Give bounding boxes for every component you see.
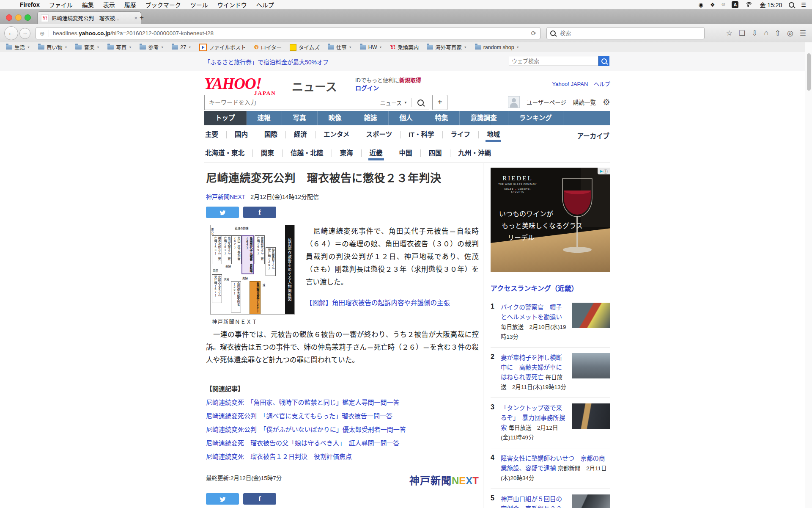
creative-cloud-icon[interactable]: ◉ [699,2,703,8]
bookmark-folder-photo[interactable]: 写真▼ [107,43,132,51]
browser-search-input[interactable] [559,30,701,37]
ranking-thumbnail[interactable] [572,403,610,429]
riedel-ad[interactable]: RIEDEL THE WINE GLASS COMPANY GRAPE ❧ VA… [491,168,610,272]
search-scope-dropdown[interactable]: ニュース▼ [380,99,411,107]
menu-history[interactable]: 履歴 [120,0,141,9]
news-search-input[interactable] [205,99,380,106]
news-logo-text[interactable]: ニュース [292,78,337,94]
news-search-box[interactable]: ニュース▼ [204,95,429,110]
pocket-icon[interactable]: ❏ [739,29,745,38]
notification-center-icon[interactable]: ☰ [801,2,806,8]
bookmark-folder-shopping[interactable]: 買い物▼ [38,43,67,51]
tab-main[interactable]: 主要 [204,131,226,138]
scrollbar-thumb[interactable] [807,53,811,91]
nav-personal[interactable]: 個人 [389,111,424,125]
region-kinki[interactable]: 近畿 [361,149,391,157]
menu-view[interactable]: 表示 [99,0,120,9]
menu-edit[interactable]: 編集 [77,0,99,9]
login-link[interactable]: ログイン [355,85,379,91]
avatar[interactable] [508,96,520,108]
nav-feature[interactable]: 特集 [424,111,460,125]
wifi-icon[interactable] [745,2,753,8]
ranking-link[interactable]: バイクの警察官 帽子とヘルメットを勘違い [501,304,562,320]
promo-link[interactable]: 「ふるさと旅行券」で宿泊料金が最大50%オフ [204,58,329,66]
related-link[interactable]: 尼崎連続変死公判 「僕がふがいないばかりに」優太郎受刑者一問一答 [206,425,479,433]
menu-window[interactable]: ウインドウ [213,0,252,9]
ranking-link[interactable]: 神戸山口組が５回目の定例会 直系組長２２人に [501,496,562,508]
menu-firefox[interactable]: Firefox [15,1,44,8]
facebook-share-button[interactable]: f [243,207,276,218]
nav-ranking[interactable]: ランキング [508,111,563,125]
input-source-icon[interactable]: A [732,1,738,8]
article-figure[interactable]: 義理の姉妹 弟 兄 橋本次郎さん 死亡時(53) 角田久芳さん 死亡時(61) … [210,225,295,326]
archive-link[interactable]: アーカイブ [577,131,609,140]
menu-help[interactable]: ヘルプ [252,0,279,9]
window-zoom-button[interactable] [25,14,31,21]
region-kyushu-okinawa[interactable]: 九州・沖縄 [450,149,499,157]
tab-economy[interactable]: 経済 [285,131,315,138]
menu-bar-clock[interactable]: 金 15:20 [760,0,782,9]
tab-world[interactable]: 国際 [256,131,285,138]
signup-link[interactable]: 新規取得 [399,77,421,83]
user-page-link[interactable]: ユーザーページ [527,98,566,106]
back-button[interactable]: ← [4,26,18,40]
add-keyword-button[interactable]: + [432,95,447,110]
downloads-icon[interactable]: ⇩ [752,29,757,38]
new-tab-button[interactable]: + [140,14,144,22]
bookmark-folder-reference[interactable]: 参考▼ [140,43,164,51]
related-link[interactable]: 尼崎連続変死 瑠衣被告１２日判決 役割評価焦点 [206,452,479,461]
menu-tools[interactable]: ツール [186,0,213,9]
related-link[interactable]: 尼崎連続変死 瑠衣被告の父「娘は守るべき人」 証人尋問一問一答 [206,438,479,447]
bookmark-folder-random-shop[interactable]: random shop▼ [475,44,519,50]
nav-top[interactable]: トップ [204,111,247,125]
bookmark-folder-overseas-photo[interactable]: 海外写真家▼ [427,43,466,51]
subscriptions-link[interactable]: 購読一覧 [573,98,596,106]
facebook-share-button[interactable]: f [243,493,276,505]
related-link[interactable]: 尼崎連続変死 「角田家、戦時下の監禁と同じ」鑑定人尋問一問一答 [206,398,479,406]
related-link[interactable]: 尼崎連続変死公判 「調べ官に支えてもらった」瑠衣被告一問一答 [206,411,479,420]
site-identity-icon[interactable]: ⊕ [40,30,45,37]
airplay-icon[interactable]: ⌾ [722,1,725,8]
tab-domestic[interactable]: 国内 [226,131,256,138]
window-close-button[interactable] [6,14,12,21]
ranking-thumbnail[interactable] [572,353,610,378]
nav-survey[interactable]: 意識調査 [460,111,508,125]
scrollbar[interactable] [805,42,812,508]
region-chugoku[interactable]: 中国 [391,149,420,157]
news-search-button[interactable] [412,99,429,106]
bookmark-star-icon[interactable]: ☆ [726,29,732,38]
yahoo-japan-link[interactable]: Yahoo! JAPAN [552,81,588,87]
nav-photo[interactable]: 写真 [282,111,318,125]
dropbox-icon[interactable]: ❖ [710,2,715,8]
bookmark-filepost[interactable]: Fファイルポスト [199,43,246,51]
menu-file[interactable]: ファイル [44,0,77,9]
help-link[interactable]: ヘルプ [594,81,610,87]
region-shikoku[interactable]: 四国 [420,149,450,157]
bookmark-times[interactable]: タイムズ [290,43,320,51]
tab-entertainment[interactable]: エンタメ [315,131,358,138]
spotlight-icon[interactable] [789,2,794,8]
region-kanto[interactable]: 関東 [252,149,282,157]
tab-region[interactable]: 地域 [478,131,508,138]
yahoo-logo[interactable]: YAHOO! JAPAN [204,75,302,93]
nav-flash[interactable]: 速報 [247,111,282,125]
browser-tab[interactable]: Y! 尼崎連続変死公判 瑠衣被... × [37,11,141,24]
twitter-share-button[interactable] [206,207,239,218]
reload-icon[interactable]: ⟳ [531,30,536,37]
bookmark-folder-27[interactable]: 27▼ [172,44,191,50]
ranking-thumbnail[interactable] [572,303,610,328]
url-bar[interactable]: ⊕ headlines.yahoo.co.jp/hl?a=20160212-00… [36,27,540,39]
tab-life[interactable]: ライフ [442,131,479,138]
home-icon[interactable]: ⌂ [764,29,768,37]
web-search-button[interactable] [598,56,609,66]
region-tokai[interactable]: 東海 [332,149,361,157]
forward-button[interactable]: → [19,28,30,39]
tab-close-icon[interactable]: × [134,15,137,21]
menu-icon[interactable]: ☰ [800,29,806,38]
twitter-share-button[interactable] [206,493,239,505]
ad-choices-icon[interactable]: ▶ⓘ [598,168,610,174]
article-source-link[interactable]: 神戸新聞NEXT [206,193,245,200]
ranking-thumbnail[interactable] [572,494,610,508]
bookmark-reuters[interactable]: ❂ロイター [254,43,282,51]
web-search-input[interactable] [509,56,598,66]
